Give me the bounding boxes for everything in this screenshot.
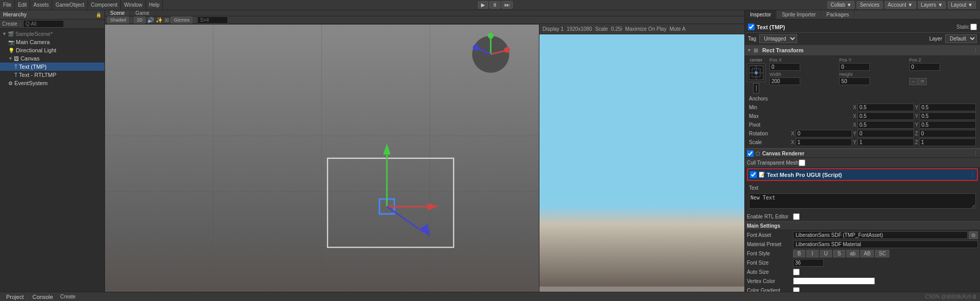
hierarchy-item-text-tmp[interactable]: T Text (TMP) — [0, 63, 105, 71]
tmp-enabled-checkbox[interactable] — [750, 171, 757, 178]
font-style-uppercase-btn[interactable]: AB — [860, 250, 874, 257]
help-menu[interactable]: Help — [146, 0, 163, 10]
pos-z-input[interactable] — [909, 63, 940, 71]
pivot-y-group: Y — [915, 121, 976, 129]
hierarchy-item-eventsystem[interactable]: ⚙ EventSystem — [0, 79, 105, 87]
play-button[interactable]: ▶ — [478, 1, 488, 9]
height-reset-btn[interactable]: ⟳ — [919, 78, 927, 85]
min-x-input[interactable] — [858, 104, 914, 111]
window-menu-label[interactable]: Window — [124, 2, 142, 8]
auto-size-checkbox[interactable] — [793, 269, 800, 275]
static-checkbox[interactable] — [970, 24, 977, 30]
assets-menu-label[interactable]: Assets — [33, 2, 49, 8]
pos-x-input[interactable] — [769, 63, 800, 71]
text-mesh-pro-header[interactable]: 📝 Text Mesh Pro UGUI (Script) ⋮ — [749, 170, 976, 179]
scene-tab[interactable]: Scene — [105, 10, 130, 16]
scale-z-input[interactable] — [919, 138, 976, 146]
canvas-renderer-checkbox[interactable] — [747, 150, 754, 157]
shading-dropdown[interactable]: Shaded — [107, 16, 129, 24]
component-menu-label[interactable]: Component — [91, 2, 118, 8]
sprite-importer-tab[interactable]: Sprite Importer — [777, 10, 821, 19]
scene-view[interactable] — [105, 24, 539, 292]
rot-y-input[interactable] — [858, 130, 914, 137]
collab-button[interactable]: Collab ▼ — [827, 1, 854, 9]
font-size-input[interactable] — [793, 259, 824, 267]
object-enabled-checkbox[interactable] — [748, 24, 755, 30]
color-gradient-checkbox[interactable] — [793, 287, 800, 292]
mute-label[interactable]: Mute A — [670, 26, 685, 32]
edit-menu-label[interactable]: Edit — [18, 2, 27, 8]
assets-menu[interactable]: Assets — [30, 0, 52, 10]
vertex-color-field[interactable] — [793, 277, 875, 285]
hierarchy-lock-icon[interactable]: 🔒 — [96, 12, 101, 17]
inspector-tab[interactable]: Inspector — [745, 10, 777, 19]
edit-menu[interactable]: Edit — [15, 0, 30, 10]
packages-tab[interactable]: Packages — [821, 10, 854, 19]
font-style-bold-btn[interactable]: B — [793, 250, 805, 257]
game-tab[interactable]: Game — [130, 10, 155, 16]
enable-rtl-checkbox[interactable] — [793, 213, 800, 220]
font-style-smallcaps-btn[interactable]: SC — [875, 250, 889, 257]
help-menu-label[interactable]: Help — [149, 2, 160, 8]
anchor-widget[interactable] — [747, 64, 765, 82]
hierarchy-search-input[interactable] — [23, 20, 64, 28]
component-menu[interactable]: Component — [88, 0, 121, 10]
rot-z-input[interactable] — [919, 130, 976, 137]
font-style-strikethrough-btn[interactable]: S — [833, 250, 845, 257]
layer-dropdown[interactable]: Default — [945, 34, 977, 43]
2d-button[interactable]: 2D — [134, 16, 146, 24]
font-style-underline-btn[interactable]: U — [820, 250, 832, 257]
max-x-input[interactable] — [858, 112, 914, 120]
cull-transparent-row: Cull Transparent Mesh — [745, 158, 980, 167]
tmp-menu-btn[interactable]: ⋮ — [970, 172, 975, 177]
watermark-area: CSDN @狼咬晚风作者 — [76, 293, 977, 300]
font-style-italic-btn[interactable]: I — [806, 250, 819, 257]
canvas-renderer-menu-btn[interactable]: ⋮ — [973, 151, 978, 156]
hierarchy-create-label[interactable]: Create — [2, 21, 17, 27]
hierarchy-item-text-rtltmp[interactable]: T Text - RTLTMP — [0, 71, 105, 79]
display-label[interactable]: Display 1 — [543, 26, 564, 32]
pivot-y-input[interactable] — [920, 121, 976, 129]
height-link-btn[interactable]: ↔ — [909, 78, 918, 85]
file-menu-label[interactable]: File — [3, 2, 11, 8]
rot-x-input[interactable] — [796, 130, 852, 137]
maximize-on-play-label[interactable]: Maximize On Play — [625, 26, 666, 32]
max-y-input[interactable] — [920, 112, 976, 120]
pivot-x-input[interactable] — [858, 121, 914, 129]
font-style-lowercase-btn[interactable]: ab — [846, 250, 859, 257]
min-y-input[interactable] — [920, 104, 976, 111]
hierarchy-item-canvas[interactable]: ▼ 🖼 Canvas — [0, 54, 105, 63]
width-input[interactable] — [769, 77, 800, 85]
gameobject-menu[interactable]: GameObject — [52, 0, 88, 10]
font-asset-select-btn[interactable]: ⊙ — [969, 231, 978, 239]
rect-transform-header[interactable]: ▼ ⊞ Rect Transform ⋮ — [745, 45, 980, 55]
pos-y-input[interactable] — [839, 63, 870, 71]
scale-y-input[interactable] — [858, 138, 914, 146]
account-button[interactable]: Account ▼ — [885, 1, 916, 9]
layout-button[interactable]: Layout ▼ — [948, 1, 976, 9]
canvas-renderer-header[interactable]: ⬡ Canvas Renderer ⋮ — [745, 149, 980, 158]
pause-button[interactable]: ⏸ — [489, 1, 501, 9]
window-menu[interactable]: Window — [121, 0, 146, 10]
text-textarea[interactable]: New Text — [749, 193, 976, 209]
hierarchy-panel: Hierarchy 🔒 Create | ▼ 🎬 SampleScene* 📷 … — [0, 10, 105, 292]
tag-dropdown[interactable]: Untagged — [759, 34, 797, 43]
hierarchy-item-scene[interactable]: ▼ 🎬 SampleScene* — [0, 30, 105, 38]
height-input[interactable] — [839, 77, 870, 85]
cull-transparent-checkbox[interactable] — [799, 159, 805, 166]
resolution-dropdown[interactable]: 1920x1080 — [567, 26, 592, 32]
hierarchy-item-main-camera[interactable]: 📷 Main Camera — [0, 38, 105, 46]
layers-button[interactable]: Layers ▼ — [918, 1, 946, 9]
gizmos-button[interactable]: Gizmos — [171, 16, 193, 24]
gameobject-menu-label[interactable]: GameObject — [55, 2, 84, 8]
project-tab[interactable]: Project — [3, 294, 27, 300]
step-button[interactable]: ⏭ — [502, 1, 513, 9]
services-button[interactable]: Services — [857, 1, 882, 9]
bottom-create-label[interactable]: Create — [60, 294, 76, 299]
scene-search-input[interactable] — [197, 16, 228, 24]
console-tab[interactable]: Console — [29, 294, 56, 300]
file-menu[interactable]: File — [0, 0, 15, 10]
rect-transform-menu-btn[interactable]: ⋮ — [973, 48, 978, 53]
scale-x-input[interactable] — [796, 138, 852, 146]
hierarchy-item-directional-light[interactable]: 💡 Directional Light — [0, 46, 105, 54]
